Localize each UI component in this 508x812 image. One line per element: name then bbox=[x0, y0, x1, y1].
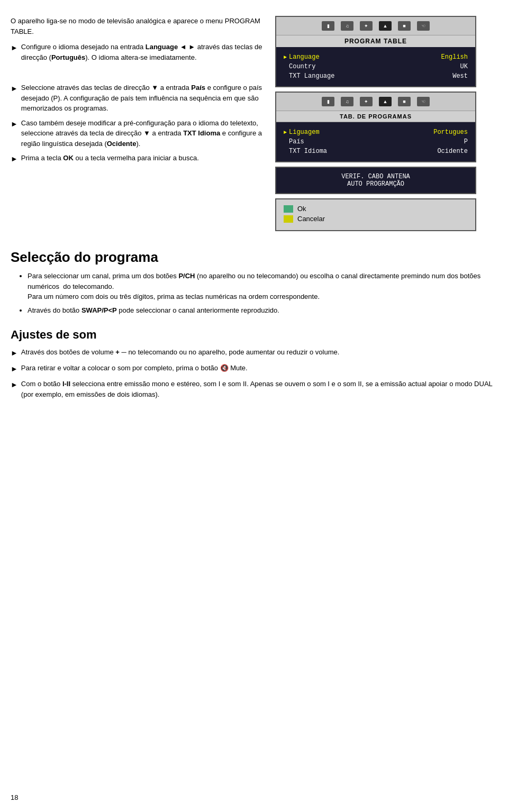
seleccao-bullet-1: Para seleccionar um canal, prima um dos … bbox=[28, 271, 497, 302]
tv-menu-row-txt-language: ► TXT Language West bbox=[284, 71, 468, 81]
tv-menu-value-liguagem: Portugues bbox=[433, 129, 468, 136]
cancel-label: Cancelar bbox=[297, 215, 325, 223]
tv-icons-bar-1: ▮ ♫ ✦ ▲ ■ ☜ bbox=[276, 17, 475, 35]
ajustes-arrow-2: ► bbox=[11, 363, 18, 375]
tv-menu-label-txt-idioma: TXT Idioma bbox=[289, 148, 437, 155]
ajustes-arrow-3: ► bbox=[11, 379, 18, 390]
tv-menu-label-language: Language bbox=[289, 53, 441, 61]
ajustes-content: ► Através dos botões de volume + ─ no te… bbox=[0, 347, 508, 399]
tv-subtitle-tab-programas: TAB. DE PROGRAMAS bbox=[276, 111, 475, 122]
bullet-1: ► Configure o idioma desejado na entrada… bbox=[11, 42, 265, 62]
tv-menu-value-txt-idioma: Ocidente bbox=[437, 148, 468, 155]
tv-menu-value-pais: P bbox=[464, 138, 468, 145]
tv-icon-triangle-2: ▲ bbox=[379, 97, 392, 106]
verif-line-2: AUTO PROGRAMÇÃO bbox=[282, 180, 470, 188]
tv-menu-row-country: ► Country UK bbox=[284, 62, 468, 71]
tv-menu-value-country: UK bbox=[460, 63, 468, 70]
tv-icon-photo-2: ▮ bbox=[322, 97, 334, 106]
tv-icon-hand-2: ☜ bbox=[417, 97, 430, 106]
ajustes-bullet-3-text: Com o botão I-II selecciona entre emissã… bbox=[21, 379, 497, 399]
tv-icon-grid: ■ bbox=[398, 21, 411, 31]
ajustes-bullet-1-text: Através dos botões de volume + ─ no tele… bbox=[21, 347, 339, 358]
seleccao-bullet-2: Através do botão SWAP/P<P pode seleccion… bbox=[28, 305, 497, 316]
tv-icon-star-2: ✦ bbox=[360, 97, 373, 106]
tv-icon-hand: ☜ bbox=[417, 21, 430, 31]
tv-icon-music: ♫ bbox=[341, 21, 353, 31]
arrow-icon-3: ► bbox=[11, 118, 18, 130]
seleccao-heading: Selecção do programa bbox=[0, 249, 508, 266]
ajustes-arrow-1: ► bbox=[11, 348, 18, 359]
ajustes-bullet-1: ► Através dos botões de volume + ─ no te… bbox=[11, 347, 497, 359]
tv-menu-content-1: ► Language English ► Country UK ► TXT La… bbox=[276, 47, 475, 86]
bullet-4-text: Prima a tecla OK ou a tecla vermelha par… bbox=[21, 153, 265, 163]
tv-menu-label-txt-language: TXT Language bbox=[289, 72, 452, 80]
ajustes-bullet-2: ► Para retirar e voltar a colocar o som … bbox=[11, 363, 497, 375]
seleccao-content: Para seleccionar um canal, prima um dos … bbox=[0, 271, 508, 315]
bullet-4: ► Prima a tecla OK ou a tecla vermelha p… bbox=[11, 153, 265, 165]
tv-menu-row-txt-idioma: ► TXT Idioma Ocidente bbox=[284, 147, 468, 156]
tv-menu-row-liguagem: ► Liguagem Portugues bbox=[284, 127, 468, 137]
bullet-1-text: Configure o idioma desejado na entrada L… bbox=[21, 42, 265, 62]
tv-box-tab-programas: ▮ ♫ ✦ ▲ ■ ☜ TAB. DE PROGRAMAS ► Liguagem… bbox=[275, 92, 476, 162]
left-column: O aparelho liga-se no modo de televisão … bbox=[11, 16, 275, 231]
tv-icon-star: ✦ bbox=[360, 21, 373, 31]
selected-arrow-icon-2: ► bbox=[284, 130, 287, 135]
main-layout: O aparelho liga-se no modo de televisão … bbox=[0, 11, 508, 236]
tv-icon-music-2: ♫ bbox=[341, 97, 353, 106]
ok-label: Ok bbox=[297, 205, 306, 213]
tv-box-program-table: ▮ ♫ ✦ ▲ ■ ☜ PROGRAM TABLE ► Language Eng… bbox=[275, 16, 476, 87]
bullet-2: ► Seleccione através das teclas de direc… bbox=[11, 83, 265, 114]
tv-ok-box: Ok Cancelar bbox=[275, 198, 476, 231]
cancel-row: Cancelar bbox=[284, 215, 468, 223]
arrow-icon-1: ► bbox=[11, 42, 18, 53]
tv-title-program-table: PROGRAM TABLE bbox=[276, 35, 475, 47]
yellow-button-icon bbox=[284, 215, 293, 223]
bullet-3: ► Caso também deseje modificar a pré-con… bbox=[11, 118, 265, 149]
tv-menu-label-liguagem: Liguagem bbox=[289, 129, 433, 136]
arrow-icon-4: ► bbox=[11, 153, 18, 165]
tv-icon-grid-2: ■ bbox=[398, 97, 411, 106]
tv-menu-row-pais: ► País P bbox=[284, 137, 468, 147]
tv-menu-row-language: ► Language English bbox=[284, 52, 468, 62]
verif-line-1: VERIF. CABO ANTENA bbox=[282, 173, 470, 180]
ajustes-bullet-3: ► Com o botão I-II selecciona entre emis… bbox=[11, 379, 497, 399]
ajustes-bullet-2-text: Para retirar e voltar a colocar o som po… bbox=[21, 363, 248, 373]
tv-verif-box: VERIF. CABO ANTENA AUTO PROGRAMÇÃO bbox=[275, 167, 476, 194]
tv-menu-value-language: English bbox=[441, 53, 468, 61]
right-column: ▮ ♫ ✦ ▲ ■ ☜ PROGRAM TABLE ► Language Eng… bbox=[275, 16, 476, 231]
arrow-icon-2: ► bbox=[11, 83, 18, 94]
tv-icon-triangle: ▲ bbox=[379, 21, 392, 31]
page-number: 18 bbox=[11, 793, 18, 801]
tv-menu-label-country: Country bbox=[289, 63, 460, 70]
selected-arrow-icon: ► bbox=[284, 54, 287, 60]
intro-paragraph: O aparelho liga-se no modo de televisão … bbox=[11, 16, 265, 37]
tv-icon-photo: ▮ bbox=[322, 21, 334, 31]
tv-icons-bar-2: ▮ ♫ ✦ ▲ ■ ☜ bbox=[276, 93, 475, 111]
green-button-icon bbox=[284, 205, 293, 213]
tv-menu-content-2: ► Liguagem Portugues ► País P ► TXT Idio… bbox=[276, 122, 475, 161]
ajustes-heading: Ajustes de som bbox=[0, 328, 508, 342]
bullet-2-text: Seleccione através das teclas de direcçã… bbox=[21, 83, 265, 114]
ok-row: Ok bbox=[284, 205, 468, 213]
bullet-3-text: Caso também deseje modificar a pré-confi… bbox=[21, 118, 265, 149]
tv-menu-label-pais: País bbox=[289, 138, 464, 145]
tv-menu-value-txt-language: West bbox=[452, 72, 468, 80]
